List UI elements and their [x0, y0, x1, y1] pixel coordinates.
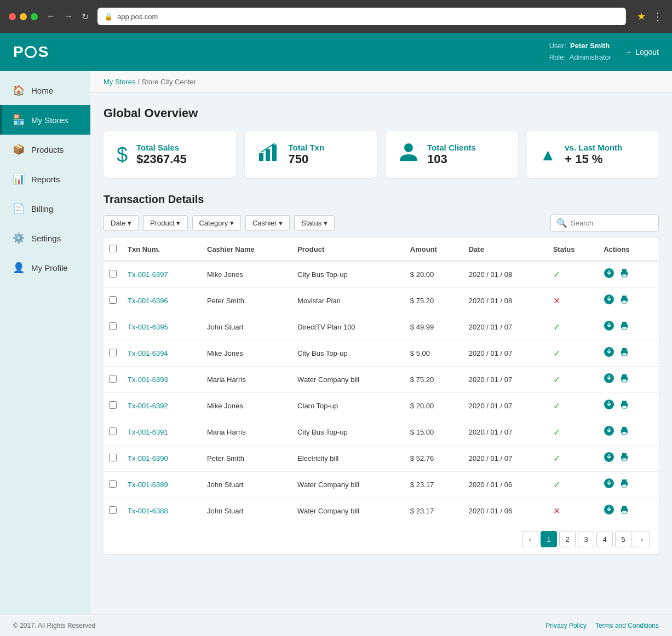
- address-bar[interactable]: 🔒 app.pos.com: [97, 8, 626, 25]
- pagination-page-5[interactable]: 5: [615, 531, 631, 547]
- row-checkbox-6[interactable]: [109, 427, 117, 435]
- svg-rect-35: [622, 458, 627, 461]
- terms-link[interactable]: Terms and Conditions: [595, 622, 659, 629]
- row-checkbox-9[interactable]: [109, 506, 117, 514]
- maximize-button[interactable]: [31, 13, 38, 20]
- txn-link-8[interactable]: Tx-001-6389: [128, 481, 168, 489]
- row-actions-5: [598, 393, 659, 419]
- txn-link-3[interactable]: Tx-001-6394: [128, 349, 168, 357]
- filter-status[interactable]: Status ▾: [294, 215, 334, 231]
- row-checkbox-8[interactable]: [109, 480, 117, 488]
- forward-button[interactable]: →: [62, 9, 75, 24]
- print-btn-1[interactable]: [619, 294, 630, 308]
- download-btn-9[interactable]: [604, 504, 614, 518]
- filter-product[interactable]: Product ▾: [143, 215, 187, 231]
- download-btn-1[interactable]: [604, 294, 614, 308]
- print-btn-3[interactable]: [619, 346, 630, 360]
- row-checkbox-3[interactable]: [109, 349, 117, 356]
- print-btn-6[interactable]: [619, 425, 630, 439]
- download-btn-6[interactable]: [604, 425, 614, 439]
- row-checkbox-0[interactable]: [109, 270, 117, 277]
- filter-date[interactable]: Date ▾: [104, 215, 139, 231]
- row-cashier-8: John Stuart: [202, 472, 292, 498]
- print-btn-9[interactable]: [619, 504, 630, 518]
- search-input[interactable]: [571, 219, 653, 227]
- pagination-page-1[interactable]: 1: [541, 531, 557, 547]
- download-btn-5[interactable]: [604, 399, 614, 413]
- txn-link-6[interactable]: Tx-001-6391: [128, 428, 168, 436]
- pagination-page-3[interactable]: 3: [578, 531, 594, 547]
- stores-icon: 🏪: [13, 114, 25, 126]
- row-checkbox-1[interactable]: [109, 296, 117, 304]
- txn-link-5[interactable]: Tx-001-6392: [128, 402, 168, 410]
- sidebar-item-billing[interactable]: 📄 Billing: [0, 194, 90, 223]
- row-amount-9: $ 23.17: [405, 498, 463, 524]
- row-txn-num-8: Tx-001-6389: [122, 472, 202, 498]
- txn-link-4[interactable]: Tx-001-6393: [128, 375, 168, 384]
- print-btn-7[interactable]: [619, 452, 630, 465]
- print-btn-2[interactable]: [619, 320, 630, 334]
- browser-menu-button[interactable]: ⋮: [652, 10, 663, 23]
- row-checkbox-2[interactable]: [109, 322, 117, 330]
- print-btn-5[interactable]: [619, 399, 630, 413]
- refresh-button[interactable]: ↻: [79, 9, 91, 24]
- select-all-checkbox[interactable]: [109, 245, 117, 252]
- breadcrumb-link[interactable]: My Stores: [104, 78, 136, 86]
- back-button[interactable]: ←: [44, 9, 58, 24]
- pagination-page-2[interactable]: 2: [559, 531, 576, 547]
- svg-rect-11: [622, 300, 627, 303]
- txn-link-2[interactable]: Tx-001-6395: [128, 323, 168, 331]
- row-checkbox-7[interactable]: [109, 454, 117, 461]
- row-actions-3: [598, 340, 659, 367]
- pagination-next[interactable]: ›: [634, 531, 650, 547]
- page-body: Global Overview $ Total Sales $2367.45: [90, 93, 672, 615]
- row-checkbox-4[interactable]: [109, 375, 117, 383]
- privacy-policy-link[interactable]: Privacy Policy: [545, 622, 587, 629]
- sidebar-item-my-profile[interactable]: 👤 My Profile: [0, 253, 90, 282]
- print-btn-4[interactable]: [619, 373, 630, 386]
- txn-link-9[interactable]: Tx-001-6388: [128, 507, 168, 515]
- sidebar-item-settings[interactable]: ⚙️ Settings: [0, 223, 90, 253]
- pagination-prev[interactable]: ‹: [522, 531, 538, 547]
- download-btn-0[interactable]: [604, 268, 614, 281]
- sidebar-item-home[interactable]: 🏠 Home: [0, 76, 90, 105]
- role-label: Role:: [549, 53, 566, 61]
- row-actions-6: [598, 419, 659, 446]
- print-btn-8[interactable]: [619, 478, 630, 492]
- total-sales-icon: $: [117, 143, 128, 166]
- txn-link-0[interactable]: Tx-001-6397: [128, 270, 168, 279]
- row-product-4: Water Company bill: [292, 367, 405, 393]
- header-status: Status: [548, 238, 598, 261]
- bookmark-button[interactable]: ★: [637, 10, 646, 22]
- sidebar-item-products[interactable]: 📦 Products: [0, 135, 90, 164]
- logout-button[interactable]: → Logout: [624, 48, 659, 56]
- close-button[interactable]: [9, 13, 16, 20]
- sidebar-item-reports[interactable]: 📊 Reports: [0, 164, 90, 194]
- pagination-page-4[interactable]: 4: [596, 531, 613, 547]
- filter-cashier[interactable]: Cashier ▾: [245, 215, 290, 231]
- download-btn-3[interactable]: [604, 346, 614, 360]
- stat-card-total-txn: Total Txn 750: [245, 131, 377, 178]
- row-txn-num-5: Tx-001-6392: [122, 393, 202, 419]
- sidebar-item-my-stores[interactable]: 🏪 My Stores: [0, 105, 90, 135]
- row-date-3: 2020 / 01 / 07: [463, 340, 548, 367]
- download-btn-4[interactable]: [604, 373, 614, 386]
- download-btn-2[interactable]: [604, 320, 614, 334]
- row-cashier-1: Peter Smith: [202, 288, 292, 314]
- filter-category[interactable]: Category ▾: [192, 215, 241, 231]
- row-amount-2: $ 49.99: [405, 314, 463, 340]
- row-cashier-0: Mike Jones: [202, 261, 292, 288]
- row-checkbox-5[interactable]: [109, 401, 117, 409]
- row-cashier-6: Maria Harris: [202, 419, 292, 446]
- txn-link-7[interactable]: Tx-001-6390: [128, 454, 168, 462]
- row-checkbox-cell: [104, 261, 122, 288]
- sidebar-label-my-stores: My Stores: [31, 115, 68, 125]
- row-cashier-5: Mike Jones: [202, 393, 292, 419]
- svg-rect-7: [622, 274, 627, 277]
- print-btn-0[interactable]: [619, 268, 630, 281]
- content-area: My Stores / Store City Center Global Ove…: [90, 71, 672, 615]
- txn-link-1[interactable]: Tx-001-6396: [128, 297, 168, 305]
- minimize-button[interactable]: [20, 13, 27, 20]
- download-btn-8[interactable]: [604, 478, 614, 492]
- download-btn-7[interactable]: [604, 452, 614, 465]
